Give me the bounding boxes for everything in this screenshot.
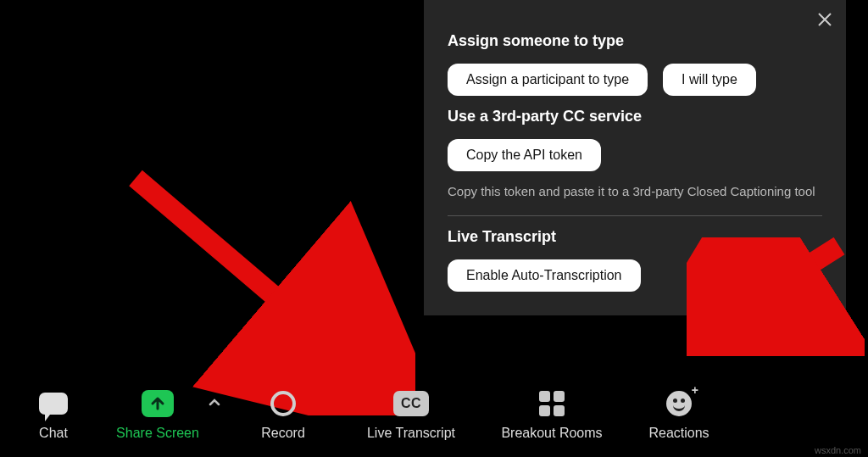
breakout-rooms-button[interactable]: Breakout Rooms bbox=[480, 387, 624, 441]
reactions-label: Reactions bbox=[648, 426, 709, 441]
assign-participant-button[interactable]: Assign a participant to type bbox=[448, 64, 648, 96]
live-transcript-label: Live Transcript bbox=[367, 426, 455, 441]
share-screen-caret-icon[interactable] bbox=[209, 395, 220, 413]
chat-icon bbox=[39, 393, 68, 415]
assign-section-title: Assign someone to type bbox=[448, 32, 822, 50]
i-will-type-button[interactable]: I will type bbox=[663, 64, 756, 96]
cc-icon: CC bbox=[393, 391, 429, 416]
live-transcript-section-title: Live Transcript bbox=[448, 228, 822, 246]
reactions-button[interactable]: + Reactions bbox=[624, 387, 734, 441]
thirdparty-section-title: Use a 3rd-party CC service bbox=[448, 108, 822, 125]
reactions-icon bbox=[666, 391, 692, 416]
divider bbox=[448, 215, 822, 216]
plus-icon: + bbox=[692, 383, 698, 397]
breakout-rooms-label: Breakout Rooms bbox=[501, 426, 602, 441]
meeting-toolbar: Chat Share Screen Record CC Live Transcr… bbox=[0, 376, 868, 457]
enable-auto-transcription-button[interactable]: Enable Auto-Transcription bbox=[448, 259, 641, 292]
share-screen-button[interactable]: Share Screen bbox=[92, 387, 224, 441]
breakout-rooms-icon bbox=[539, 391, 565, 416]
close-icon[interactable] bbox=[815, 10, 834, 29]
svg-line-0 bbox=[136, 178, 364, 373]
live-transcript-button[interactable]: CC Live Transcript bbox=[342, 387, 480, 441]
share-screen-icon bbox=[142, 390, 174, 417]
chat-button[interactable]: Chat bbox=[15, 387, 92, 441]
copy-api-token-button[interactable]: Copy the API token bbox=[448, 139, 601, 171]
record-button[interactable]: Record bbox=[224, 387, 342, 441]
record-icon bbox=[270, 391, 296, 416]
record-label: Record bbox=[261, 426, 305, 441]
copy-helper-text: Copy this token and paste it to a 3rd-pa… bbox=[448, 183, 822, 200]
share-screen-label: Share Screen bbox=[116, 426, 199, 441]
chat-label: Chat bbox=[39, 426, 68, 441]
cc-options-popup: Assign someone to type Assign a particip… bbox=[424, 0, 846, 315]
watermark: wsxdn.com bbox=[815, 445, 861, 455]
